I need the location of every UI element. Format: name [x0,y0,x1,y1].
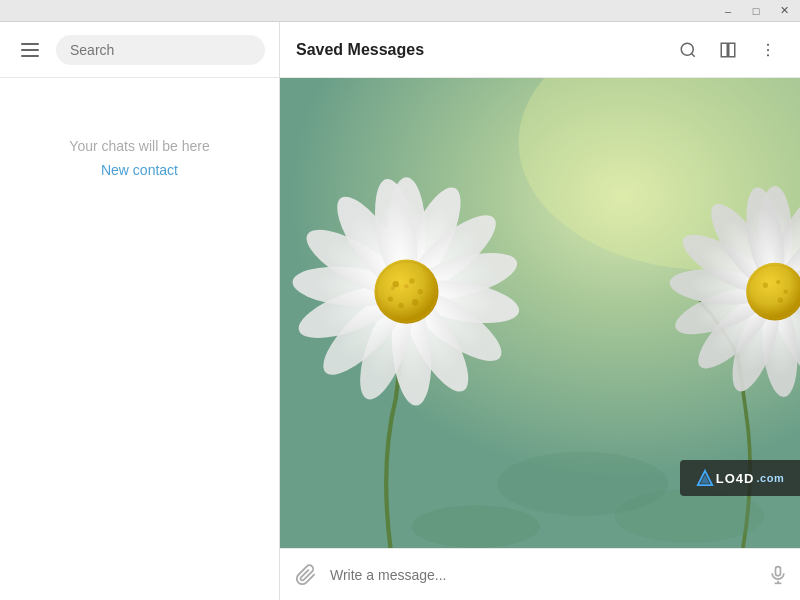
svg-point-50 [763,283,768,288]
mic-button[interactable] [768,565,788,585]
svg-point-51 [776,280,780,284]
svg-point-0 [681,43,693,55]
svg-point-31 [388,296,393,301]
search-button[interactable] [672,34,704,66]
empty-state-text: Your chats will be here [69,138,209,154]
chat-panel: Saved Messages [280,22,800,600]
svg-point-6 [767,54,769,56]
watermark-text: LO4D [716,471,755,486]
svg-point-29 [412,299,418,305]
attach-button[interactable] [292,561,320,589]
chat-image-area: LO4D.com [280,78,800,548]
mic-icon [768,565,788,585]
svg-rect-3 [729,43,735,57]
watermark-suffix: .com [756,472,784,484]
sidebar-header [0,22,279,78]
sidebar-empty-state: Your chats will be here New contact [0,78,279,600]
menu-icon[interactable] [14,34,46,66]
svg-point-32 [390,286,394,290]
svg-point-28 [418,289,423,294]
more-vertical-icon [759,41,777,59]
maximize-button[interactable]: □ [742,1,770,21]
columns-icon [719,41,737,59]
sidebar: Your chats will be here New contact [0,22,280,600]
svg-point-4 [767,43,769,45]
message-bar [280,548,800,600]
paperclip-icon [295,564,317,586]
title-bar: – □ ✕ [0,0,800,22]
more-button[interactable] [752,34,784,66]
search-input[interactable] [56,35,265,65]
svg-point-30 [398,303,403,308]
chat-title: Saved Messages [296,41,424,59]
svg-point-5 [767,48,769,50]
svg-point-56 [615,489,765,542]
columns-button[interactable] [712,34,744,66]
svg-point-26 [393,281,399,287]
new-contact-link[interactable]: New contact [101,162,178,178]
svg-point-53 [778,298,783,303]
minimize-button[interactable]: – [714,1,742,21]
svg-point-33 [404,284,408,288]
svg-point-55 [412,505,540,548]
chat-header: Saved Messages [280,22,800,78]
svg-line-1 [691,53,694,56]
search-icon [679,41,697,59]
main-content: Your chats will be here New contact Save… [0,22,800,600]
svg-rect-59 [776,566,781,575]
message-input[interactable] [330,567,758,583]
app-container: Your chats will be here New contact Save… [0,22,800,600]
svg-point-52 [784,290,788,294]
svg-rect-2 [721,43,727,57]
svg-point-24 [374,260,438,324]
close-button[interactable]: ✕ [770,1,798,21]
chat-header-actions [672,34,784,66]
watermark-logo-icon [696,469,714,487]
watermark: LO4D.com [680,460,800,496]
svg-point-27 [409,278,414,283]
